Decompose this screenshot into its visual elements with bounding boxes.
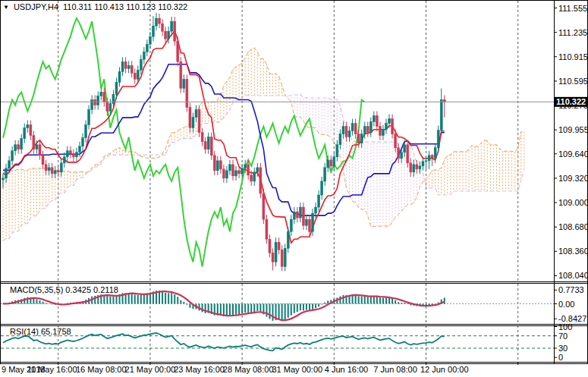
rsi-axis-label: 30 bbox=[558, 344, 568, 353]
price-axis-label: 111.555 bbox=[558, 4, 587, 13]
rsi-panel bbox=[1, 333, 554, 350]
macd-axis-label: 0.7733 bbox=[558, 285, 584, 294]
time-axis-label: 21 May 00:00 bbox=[125, 365, 176, 374]
chart-title-bar: ▼ USDJPY,H4 110.311 110.413 110.123 110.… bbox=[3, 2, 187, 12]
price-axis-label: 109.640 bbox=[558, 149, 588, 159]
price-axis-label: 108.040 bbox=[558, 271, 588, 280]
time-axis-label: 4 Jun 16:00 bbox=[325, 365, 369, 374]
time-axis-label: 16 May 08:00 bbox=[76, 365, 127, 374]
symbol-dropdown-icon[interactable]: ▼ bbox=[3, 2, 9, 12]
current-price-tag-text: 110.322 bbox=[556, 97, 586, 106]
price-axis-label: 109.000 bbox=[558, 198, 588, 207]
mt4-chart-window: 111.555111.235110.915110.595110.275109.9… bbox=[0, 0, 588, 377]
week-gridlines bbox=[58, 325, 518, 362]
tenkan-sen-line bbox=[3, 31, 445, 243]
price-axis-label: 110.595 bbox=[558, 77, 588, 86]
time-axis-label: 11 May 16:00 bbox=[27, 365, 77, 374]
price-axis[interactable]: 111.555111.235110.915110.595110.275109.9… bbox=[555, 4, 588, 363]
price-axis-label: 111.235 bbox=[558, 28, 587, 37]
macd-indicator-label: MACD(5,35,5) 0.3425 0.2118 bbox=[10, 285, 118, 295]
price-axis-label: 108.680 bbox=[558, 222, 588, 231]
ohlc-readout: 110.311 110.413 110.123 110.322 bbox=[63, 2, 187, 12]
time-axis-label: 23 May 16:00 bbox=[174, 365, 225, 374]
macd-panel bbox=[1, 291, 554, 321]
time-axis-label: 28 May 08:00 bbox=[223, 365, 274, 374]
time-axis-label: 7 Jun 08:00 bbox=[373, 365, 417, 374]
price-axis-label: 108.360 bbox=[558, 247, 588, 256]
rsi-axis-label: 0 bbox=[558, 353, 563, 362]
chart-canvas[interactable]: 111.555111.235110.915110.595110.275109.9… bbox=[0, 0, 588, 377]
price-axis-label: 109.955 bbox=[558, 125, 588, 134]
rsi-indicator-label: RSI(14) 65.1758 bbox=[10, 327, 71, 337]
rsi-axis-label: 70 bbox=[558, 331, 568, 341]
macd-axis-label: 0.00 bbox=[558, 300, 574, 309]
time-axis-label: 31 May 00:00 bbox=[272, 365, 323, 374]
time-axis-label: 12 Jun 00:00 bbox=[420, 365, 469, 374]
price-axis-label: 110.915 bbox=[558, 52, 588, 61]
symbol-period-label: USDJPY,H4 bbox=[14, 2, 58, 12]
price-axis-label: 109.320 bbox=[558, 174, 588, 183]
rsi-axis-label: 100 bbox=[558, 322, 572, 331]
